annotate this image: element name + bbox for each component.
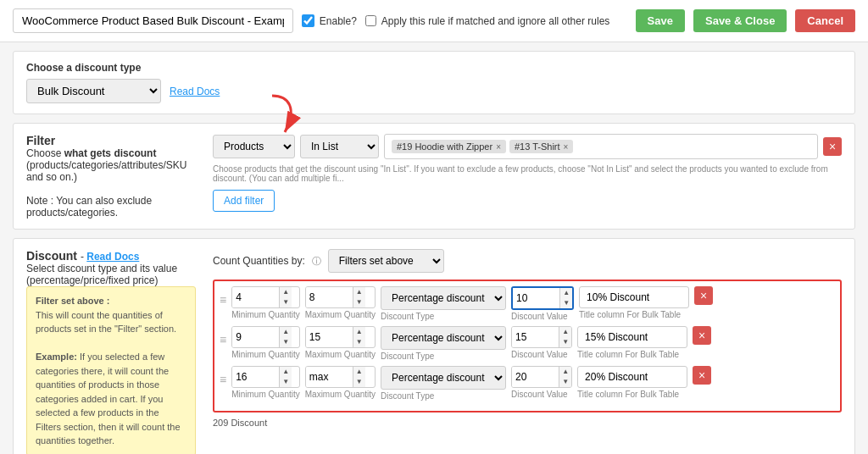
read-docs-discount[interactable]: Read Docs — [86, 251, 139, 263]
min-qty-label-3: Minimum Quantity — [231, 390, 300, 399]
discount-type-label: Choose a discount type — [26, 62, 842, 74]
filter-left: Filter Choose what gets discount (produc… — [26, 134, 196, 219]
min-qty-up-1[interactable]: ▲ — [280, 287, 292, 297]
discount-left: Discount - Read Docs Select discount typ… — [26, 249, 196, 454]
min-qty-label-2: Minimum Quantity — [231, 350, 300, 359]
filter-title: Filter — [26, 134, 196, 147]
filter-description: Choose what gets discount (products/cate… — [26, 147, 196, 219]
title-group-3: Title column For Bulk Table — [577, 366, 687, 399]
min-qty-up-3[interactable]: ▲ — [280, 367, 292, 377]
discount-type-group-2: Percentage discount Fixed discount Fixed… — [381, 326, 506, 361]
tag-tshirt: #13 T-Shirt × — [509, 140, 573, 153]
table-row: ≡ ▲ ▼ Minimum Quantity — [220, 286, 835, 321]
min-qty-input-2[interactable] — [232, 327, 279, 347]
filter-remove-button[interactable]: × — [823, 137, 842, 156]
discount-description: Select discount type and its value (perc… — [26, 263, 196, 286]
discount-type-select-3[interactable]: Percentage discount Fixed discount Fixed… — [381, 366, 506, 390]
discount-value-down-1[interactable]: ▼ — [560, 298, 572, 308]
title-label-2: Title column For Bulk Table — [577, 350, 687, 359]
min-qty-group-3: ▲ ▼ Minimum Quantity — [231, 366, 300, 399]
min-qty-down-2[interactable]: ▼ — [280, 337, 292, 347]
max-qty-input-3[interactable] — [306, 367, 353, 387]
filter-set-label: Filter set above : — [36, 296, 109, 306]
tag-tshirt-text: #13 T-Shirt — [515, 141, 560, 152]
read-docs-link-type[interactable]: Read Docs — [170, 86, 220, 97]
enable-checkbox[interactable] — [302, 14, 314, 27]
discount-value-group-2: ▲ ▼ Discount Value — [511, 326, 572, 359]
max-qty-down-3[interactable]: ▼ — [353, 377, 365, 387]
title-label-1: Title column For Bulk Table — [579, 310, 689, 319]
discount-type-section: Choose a discount type Bulk Discount Per… — [13, 51, 855, 114]
discount-value-label-1: Discount Value — [511, 312, 574, 321]
discount-type-select-2[interactable]: Percentage discount Fixed discount Fixed… — [381, 326, 506, 350]
discount-value-group-1: ▲ ▼ Discount Value — [511, 286, 574, 321]
max-qty-label-2: Maximum Quantity — [305, 350, 376, 359]
top-bar: WooCommerce Product Based Bulk Discount … — [0, 0, 868, 42]
discount-value-input-3[interactable] — [512, 367, 559, 387]
discount-type-select-1[interactable]: Percentage discount Fixed discount Fixed… — [381, 286, 506, 310]
discount-title: Discount - Read Docs — [26, 249, 196, 263]
max-qty-down-2[interactable]: ▼ — [353, 337, 365, 347]
tags-container[interactable]: #19 Hoodie with Zipper × #13 T-Shirt × — [384, 134, 818, 159]
drag-handle-1[interactable]: ≡ — [220, 286, 226, 307]
rule-title-input[interactable]: WooCommerce Product Based Bulk Discount … — [13, 8, 293, 33]
title-input-1[interactable] — [579, 286, 689, 308]
max-qty-up-3[interactable]: ▲ — [353, 367, 365, 377]
discount-value-down-2[interactable]: ▼ — [559, 337, 571, 347]
discount-type-group-3: Percentage discount Fixed discount Fixed… — [381, 366, 506, 401]
save-close-button[interactable]: Save & Close — [693, 9, 787, 32]
apply-section: Apply this rule if matched and ignore al… — [365, 15, 627, 27]
row-remove-button-3[interactable]: × — [693, 366, 711, 385]
count-by-help-icon[interactable]: ⓘ — [312, 255, 321, 268]
max-qty-input-1[interactable] — [306, 287, 353, 307]
discount-value-down-3[interactable]: ▼ — [559, 377, 571, 387]
discount-type-label-1: Discount Type — [381, 312, 506, 321]
title-input-2[interactable] — [577, 326, 687, 348]
apply-rule-label: Apply this rule if matched and ignore al… — [381, 15, 609, 27]
min-qty-input-1[interactable] — [232, 287, 279, 307]
drag-handle-2[interactable]: ≡ — [220, 326, 226, 346]
min-qty-group-1: ▲ ▼ Minimum Quantity — [231, 286, 300, 319]
discount-type-label-2: Discount Type — [381, 352, 506, 361]
row-remove-button-2[interactable]: × — [693, 326, 711, 345]
discount-value-input-1[interactable] — [513, 288, 559, 308]
discount-type-label-3: Discount Type — [381, 391, 506, 401]
discount-value-up-2[interactable]: ▲ — [559, 327, 571, 337]
discount-footer-text: 209 Discount — [213, 418, 842, 428]
tag-tshirt-remove[interactable]: × — [564, 142, 569, 152]
example-desc: If you selected a few categories there, … — [36, 352, 181, 446]
tag-hoodie-remove[interactable]: × — [496, 142, 501, 152]
count-by-select[interactable]: Filters set above All products in cart — [328, 249, 444, 273]
filter-type-dropdown[interactable]: Products Categories Attributes SKU — [213, 135, 295, 158]
table-row: ≡ ▲ ▼ Minimum Quantity — [220, 326, 835, 361]
title-group-1: Title column For Bulk Table — [579, 286, 689, 319]
min-qty-down-3[interactable]: ▼ — [280, 377, 292, 387]
discount-value-up-3[interactable]: ▲ — [559, 367, 571, 377]
discount-table: ≡ ▲ ▼ Minimum Quantity — [213, 280, 842, 412]
max-qty-input-2[interactable] — [306, 327, 353, 347]
discount-value-label-2: Discount Value — [511, 350, 572, 359]
filter-list-dropdown[interactable]: In List Not In List — [300, 135, 379, 158]
save-button[interactable]: Save — [636, 9, 685, 32]
min-qty-up-2[interactable]: ▲ — [280, 327, 292, 337]
min-qty-group-2: ▲ ▼ Minimum Quantity — [231, 326, 300, 359]
max-qty-up-1[interactable]: ▲ — [353, 287, 365, 297]
cancel-button[interactable]: Cancel — [795, 9, 855, 32]
filter-right: Products Categories Attributes SKU In Li… — [196, 134, 842, 219]
min-qty-input-3[interactable] — [232, 367, 279, 387]
discount-value-input-2[interactable] — [512, 327, 559, 347]
drag-handle-3[interactable]: ≡ — [220, 366, 226, 386]
discount-type-select[interactable]: Bulk Discount Percentage Discount Fixed … — [26, 79, 161, 103]
max-qty-group-1: ▲ ▼ Maximum Quantity — [305, 286, 376, 319]
add-filter-button[interactable]: Add filter — [213, 190, 275, 212]
discount-value-label-3: Discount Value — [511, 390, 572, 399]
title-input-3[interactable] — [577, 366, 687, 388]
max-qty-up-2[interactable]: ▲ — [353, 327, 365, 337]
max-qty-group-3: ▲ ▼ Maximum Quantity — [305, 366, 376, 399]
apply-rule-checkbox[interactable] — [365, 15, 376, 26]
row-remove-button-1[interactable]: × — [694, 286, 713, 305]
filter-set-desc: This will count the quantities of produc… — [36, 310, 176, 335]
min-qty-down-1[interactable]: ▼ — [280, 297, 292, 307]
max-qty-down-1[interactable]: ▼ — [353, 297, 365, 307]
discount-value-up-1[interactable]: ▲ — [560, 288, 572, 298]
